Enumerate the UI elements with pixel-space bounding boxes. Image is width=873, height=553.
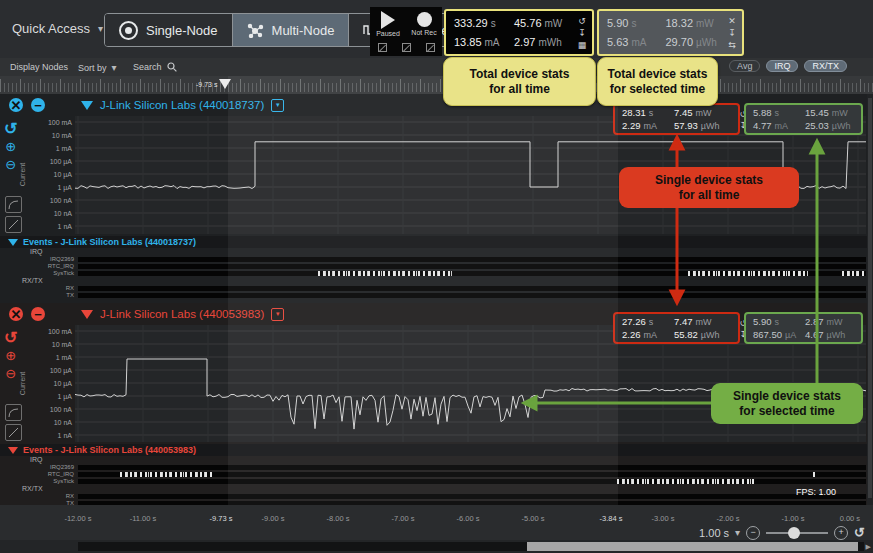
toggle-avg[interactable]: Avg [729,60,760,72]
zoom-window-value[interactable]: 1.00 s [699,527,729,539]
selected-duration: 5.90s [607,17,666,29]
single-node-button[interactable]: Single-Node [105,14,233,46]
selected-current: 5.63mA [607,36,666,48]
log-scale-icon[interactable] [5,404,22,421]
zoom-slider-thumb[interactable] [788,527,800,539]
collapse-triangle-icon[interactable] [81,310,93,319]
events-header[interactable]: Events - J-Link Silicon Labs (440053983) [0,444,867,456]
playback-toggle-icon[interactable] [402,43,411,52]
device-stats-selected-box: 5.88s15.45mW ↧ 4.77mA25.03µWh [744,103,863,135]
toggle-rxtx[interactable]: RX/TX [804,60,847,72]
device-title[interactable]: J-Link Silicon Labs (440018737) ▾ [81,99,284,112]
scrollbar-thumb[interactable] [527,542,858,551]
event-signal-row[interactable]: IRQ2369 [0,256,867,263]
scroll-right-icon[interactable]: ▶ [866,543,871,551]
reset-icon[interactable]: ↺ [4,331,17,344]
y-axis: Current100 mA10 mA1 mA100 µA10 µA1 µA100… [24,325,72,442]
selection-marker-icon [219,79,231,89]
event-signal-row[interactable]: SysTick [0,270,867,277]
selection-start-time: -9.73 s [196,81,217,88]
zoom-out-icon[interactable]: ⊖ [5,367,16,380]
multi-node-icon [247,23,264,38]
details-icon[interactable]: ▦ [578,40,587,50]
playback-toggle-icon[interactable] [378,43,387,52]
time-axis-label: -7.00 s [392,514,415,523]
zoom-in-icon[interactable]: ⊕ [5,349,16,362]
device-title-label: J-Link Silicon Labs (440018737) [100,99,264,111]
linear-scale-icon[interactable] [5,216,22,233]
record-button[interactable]: Not Rec [406,7,442,41]
event-signal-row[interactable]: RTC_IRQ [0,471,867,478]
toggle-irq[interactable]: IRQ [766,60,798,72]
event-signal-row[interactable]: TX [0,292,867,299]
total-current: 13.85mA [454,36,514,48]
zoom-control: 1.00 s ▾ − + ↺ [699,525,865,540]
y-tick-label: 10 nA [54,419,72,426]
title-dropdown-icon[interactable]: ▾ [271,308,284,321]
event-signal-row[interactable]: RX [0,285,867,292]
time-ruler[interactable]: -9.73 s [0,76,873,94]
playback-toggle-icon[interactable] [426,43,435,52]
callout-single-all-time: Single device statsfor all time [619,167,799,208]
collapse-triangle-icon[interactable] [81,101,93,110]
export-icon[interactable]: ↧ [728,28,736,38]
linear-scale-icon[interactable] [5,424,22,441]
device-stats-all-time-box: 27.26s7.47mW ↺↧ 2.26mA55.82µWh [613,312,740,344]
sync-icon[interactable]: ⇆ [728,40,736,50]
reset-icon[interactable]: ↺ [854,525,865,540]
search-control[interactable]: Search [133,62,177,72]
chevron-down-icon[interactable]: ▾ [735,527,740,538]
callout-single-selected: Single device statsfor selected time [711,383,863,424]
event-signal-row[interactable]: SysTick [0,478,867,485]
y-tick-label: 1 µA [57,393,72,400]
collapse-node-icon[interactable]: − [31,307,45,321]
y-tick-label: 1 nA [58,223,72,230]
quick-access-label: Quick Access [12,21,90,36]
event-signal-row[interactable]: RTC_IRQ [0,263,867,270]
play-pause-button[interactable]: Paused [370,7,406,41]
remove-node-icon[interactable]: ✕ [9,98,23,112]
time-axis-label: -6.00 s [457,514,480,523]
time-axis-label: -12.00 s [64,514,91,523]
time-axis-label: -2.00 s [717,514,740,523]
horizontal-scrollbar[interactable]: ◀ ▶ [0,540,873,553]
y-tick-label: 10 nA [54,210,72,217]
chart-controls: ↺ ⊕ ⊖ [4,122,17,171]
sort-by-control[interactable]: Sort by▾ [78,62,117,73]
selection-start-marker[interactable]: -9.73 s [196,79,231,89]
zoom-out-icon[interactable]: − [746,526,760,540]
single-node-icon [119,21,138,40]
zoom-in-icon[interactable]: + [834,526,848,540]
reset-icon[interactable]: ↺ [4,122,17,135]
y-tick-label: 100 nA [50,406,72,413]
time-axis-label: -9.00 s [262,514,285,523]
zoom-out-icon[interactable]: ⊖ [5,158,16,171]
event-group-row: IRQ [0,248,867,256]
events-header[interactable]: Events - J-Link Silicon Labs (440018737) [0,236,867,248]
time-axis-label: -9.73 s [210,514,233,523]
remove-node-icon[interactable]: ✕ [9,307,23,321]
event-group-row: IRQ [0,456,867,464]
y-tick-label: 10 mA [52,132,72,139]
device-stats-all-time-box: 28.31s7.45mW ↺↧ 2.29mA57.93µWh [613,103,740,135]
multi-node-label: Multi-Node [272,23,335,38]
time-axis-label: -8.00 s [327,514,350,523]
zoom-slider[interactable] [766,532,828,534]
log-scale-icon[interactable] [5,196,22,213]
reset-icon[interactable]: ↺ [578,16,586,26]
collapse-node-icon[interactable]: − [31,98,45,112]
zoom-in-icon[interactable]: ⊕ [5,140,16,153]
event-signal-row[interactable]: IRQ2369 [0,464,867,471]
record-label: Not Rec [411,29,436,36]
quick-access-menu[interactable]: Quick Access ▾ [12,21,103,36]
y-tick-label: 100 µA [50,367,72,374]
selected-power: 18.32mW [666,17,725,29]
multi-node-button[interactable]: Multi-Node [233,14,350,46]
export-icon[interactable]: ↧ [578,28,586,38]
close-icon[interactable]: ✕ [728,16,736,26]
energy-profiler-window: Quick Access ▾ Single-Node Multi-Node [0,0,873,553]
device-title[interactable]: J-Link Silicon Labs (440053983) ▾ [81,308,284,321]
y-axis-title: Current [19,163,26,186]
vertical-scrollbar[interactable] [867,94,873,505]
title-dropdown-icon[interactable]: ▾ [271,99,284,112]
